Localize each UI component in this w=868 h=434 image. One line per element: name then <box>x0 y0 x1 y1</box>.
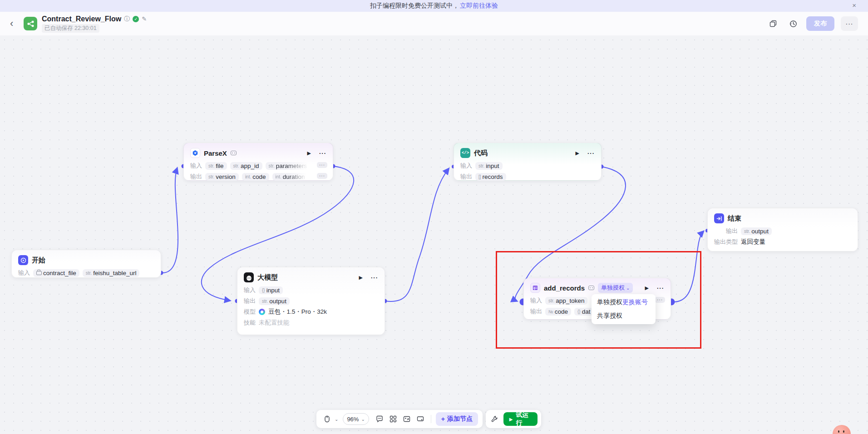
editor-header: ‹ Contract_Review_Flow ⓘ ✓ ✎ 已自动保存 22:30… <box>0 12 868 35</box>
node-row: 模型 豆包・1.5・Pro・32k <box>237 306 385 317</box>
plugin-icon <box>588 286 594 290</box>
toolbar-divider <box>431 415 431 423</box>
page-title: Contract_Review_Flow <box>42 15 121 23</box>
param-tag: str.feishu_table_url <box>83 269 140 277</box>
param-tag: str.app_token <box>545 297 587 305</box>
llm-node-icon <box>244 272 254 282</box>
row-label: 技能 <box>244 319 256 327</box>
duplicate-icon[interactable] <box>766 17 780 30</box>
doubao-model-icon <box>259 309 265 315</box>
row-label: 输出类型 <box>714 238 738 246</box>
banner-link[interactable]: 立即前往体验 <box>460 2 498 10</box>
node-title: ParseX <box>204 149 227 157</box>
edit-title-icon[interactable]: ✎ <box>142 15 147 22</box>
banner-close-icon[interactable]: × <box>852 1 856 9</box>
more-params-badge[interactable]: ··· <box>655 297 665 303</box>
param-tag: str.parameters <box>266 162 311 170</box>
node-row: 输出 str.output <box>237 296 385 306</box>
minimap-icon[interactable] <box>387 413 399 425</box>
node-start[interactable]: 开始 输入 contract_file str.feishu_table_url <box>11 250 161 278</box>
node-title: add_records <box>544 284 585 292</box>
select-area-icon[interactable] <box>414 413 426 425</box>
run-node-icon[interactable]: ▶ <box>307 150 311 156</box>
add-node-button[interactable]: +添加节点 <box>436 412 478 426</box>
start-node-icon <box>18 255 28 265</box>
param-tag: int.duration <box>272 173 308 181</box>
node-menu-icon[interactable]: ··· <box>319 150 326 157</box>
pointer-mode-chevron[interactable]: ⌄ <box>335 417 338 422</box>
node-end[interactable]: 结束 输出 str.output 输出类型 返回变量 <box>707 208 858 252</box>
row-label: 输入 <box>460 162 472 170</box>
node-row: 技能 未配置技能 <box>237 317 385 328</box>
node-llm[interactable]: 大模型 ▶ ··· 输入 {}input 输出 str.output 模型 豆包… <box>237 267 385 335</box>
node-menu-icon[interactable]: ··· <box>657 285 664 291</box>
run-node-icon[interactable]: ▶ <box>359 275 363 281</box>
node-code[interactable]: </> 代码 ▶ ··· 输入 str.input 输出 []records <box>454 143 602 181</box>
skill-value: 未配置技能 <box>259 319 290 327</box>
model-value: 豆包・1.5・Pro・32k <box>268 308 327 316</box>
end-node-icon <box>714 213 724 223</box>
code-node-icon: </> <box>460 148 470 158</box>
status-check-icon: ✓ <box>133 16 139 22</box>
node-row: 输出 str.output <box>708 226 858 237</box>
param-tag: str.output <box>259 297 290 305</box>
run-node-icon[interactable]: ▶ <box>645 285 649 291</box>
wrench-icon[interactable] <box>489 413 500 425</box>
param-tag: []records <box>475 173 506 181</box>
plugin-icon <box>231 151 237 155</box>
row-label: 输入 <box>530 296 542 305</box>
file-icon <box>36 271 42 275</box>
param-tag: int.code <box>242 173 269 181</box>
history-icon[interactable] <box>786 17 800 30</box>
param-tag: {}input <box>259 286 283 294</box>
node-title: 大模型 <box>257 273 278 282</box>
row-label: 输入 <box>18 269 30 277</box>
node-row: 输出类型 返回变量 <box>708 237 858 247</box>
comment-icon[interactable] <box>374 413 385 425</box>
banner-text: 扣子编程限时免费公开测试中， <box>370 2 459 10</box>
run-toolbar: ▶ 试运行 <box>486 410 541 428</box>
canvas-toolbar: ⌄ 96% ⌄ +添加节点 <box>316 410 483 428</box>
param-tag: str.app_id <box>230 162 262 170</box>
param-tag: contract_file <box>33 269 79 277</box>
node-title: 开始 <box>32 256 45 265</box>
play-icon: ▶ <box>509 417 513 422</box>
menu-item-shared-auth[interactable]: 共享授权 <box>592 309 656 323</box>
node-row: 输入 str.input <box>454 160 601 171</box>
test-run-button[interactable]: ▶ 试运行 <box>503 412 538 426</box>
row-label: 输出 <box>244 297 256 305</box>
zoom-select[interactable]: 96% ⌄ <box>343 413 369 425</box>
auth-mode-badge[interactable]: 单独授权⌄ <box>598 283 633 293</box>
node-menu-icon[interactable]: ··· <box>371 274 378 281</box>
node-row: 输入 str.file str.app_id str.parameters ··… <box>184 160 333 171</box>
change-account-link[interactable]: 更换账号 <box>622 298 648 306</box>
row-label: 输入 <box>244 286 256 294</box>
row-label: 输出 <box>460 173 472 181</box>
promo-banner: 扣子编程限时免费公开测试中，立即前往体验 × <box>0 0 868 12</box>
menu-item-single-auth[interactable]: 单独授权更换账号 <box>592 296 656 309</box>
node-parsex[interactable]: ParseX ▶ ··· 输入 str.file str.app_id str.… <box>183 143 333 181</box>
param-tag: {}dat <box>574 308 593 316</box>
info-icon[interactable]: ⓘ <box>124 15 130 23</box>
workflow-app-icon <box>24 17 37 30</box>
node-title: 代码 <box>474 149 488 158</box>
header-more-button[interactable]: ··· <box>841 16 858 31</box>
node-row: 输出 []records <box>454 171 601 182</box>
pointer-mode-icon[interactable] <box>321 413 333 425</box>
row-label: 输入 <box>190 162 202 170</box>
chevron-down-icon: ⌄ <box>361 417 365 422</box>
param-tag: str.file <box>205 162 227 170</box>
param-tag: №code <box>545 308 571 316</box>
autosave-status: 已自动保存 22:30:01 <box>42 24 99 33</box>
snapshot-icon[interactable] <box>401 413 413 425</box>
publish-button[interactable]: 发布 <box>806 16 834 31</box>
row-label: 输出 <box>530 307 542 316</box>
back-button[interactable]: ‹ <box>10 19 20 29</box>
run-node-icon[interactable]: ▶ <box>576 150 579 156</box>
auth-dropdown-menu: 单独授权更换账号 共享授权 <box>592 294 656 324</box>
more-params-badge[interactable]: ··· <box>317 173 327 179</box>
param-tag: str.input <box>475 162 503 170</box>
more-params-badge[interactable]: ··· <box>317 162 327 168</box>
node-menu-icon[interactable]: ··· <box>587 150 595 157</box>
plus-icon: + <box>441 415 445 423</box>
